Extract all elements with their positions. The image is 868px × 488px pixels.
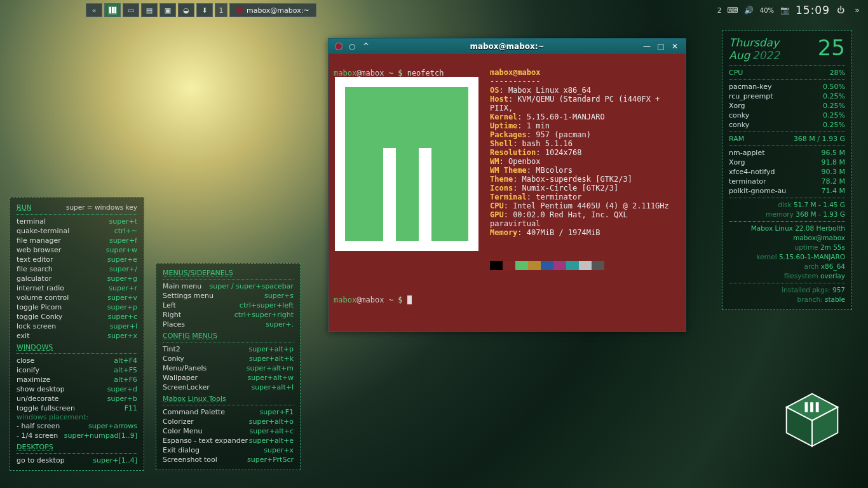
- shortcut-key: show desktop: [17, 384, 65, 394]
- shortcut-row: Main menusuper / super+spacebar: [163, 281, 294, 291]
- taskbar-task-terminal[interactable]: mabox@mabox:~: [229, 3, 316, 17]
- shortcut-value: super+PrtScr: [247, 455, 294, 464]
- shortcut-key: Xorg: [729, 158, 745, 167]
- svg-rect-2: [112, 7, 114, 13]
- color-swatch: [490, 261, 503, 270]
- volume-icon[interactable]: 🔊: [743, 4, 755, 16]
- taskbar-browser-icon[interactable]: ◒: [178, 3, 194, 17]
- color-swatch: [528, 261, 541, 270]
- tray-expand-button[interactable]: »: [851, 4, 863, 16]
- color-swatch: [592, 261, 604, 270]
- shortcut-value: 71.4 M: [822, 186, 845, 196]
- uptime-value: 2m 55s: [820, 243, 845, 251]
- shortcut-value: super+.: [266, 320, 294, 329]
- shortcut-row: Command Palettesuper+F1: [163, 407, 294, 417]
- terminal-command: neofetch: [407, 69, 444, 78]
- taskbar-menu-button[interactable]: [104, 3, 121, 17]
- prompt-host: mabox: [361, 69, 384, 78]
- taskbar-app1-icon[interactable]: ▭: [123, 3, 139, 17]
- shortcut-key: Left: [163, 301, 176, 310]
- shortcut-key: Xorg: [729, 101, 745, 111]
- shortcut-key: iconify: [17, 365, 39, 375]
- shortcut-value: super+F1: [259, 407, 294, 417]
- windows-header: WINDOWS: [17, 343, 137, 351]
- shortcut-value: super+alt+o: [249, 417, 294, 426]
- screenshot-icon[interactable]: 📷: [779, 4, 790, 16]
- battery-percent: 40%: [760, 7, 774, 14]
- shortcut-row: Leftctrl+super+left: [163, 301, 294, 310]
- shortcut-key: web browser: [17, 245, 61, 255]
- neofetch-logo: [335, 77, 478, 251]
- taskbar-collapse-button[interactable]: «: [86, 3, 102, 17]
- shortcut-row: conky0.25%: [729, 120, 845, 130]
- desktops-header: DESKTOPS: [17, 443, 137, 451]
- run-header: RUN: [17, 203, 32, 212]
- terminal-titlebar[interactable]: ○ ^ mabox@mabox:~ — □ ✕: [329, 39, 686, 54]
- shortcut-key: Command Palette: [163, 407, 225, 417]
- shortcut-row: volume controlsuper+v: [17, 293, 137, 302]
- shortcut-row: toggle Conkysuper+c: [17, 312, 137, 322]
- taskbar-terminal-icon[interactable]: ▣: [159, 3, 176, 17]
- keyboard-icon[interactable]: ⌨: [727, 4, 738, 16]
- shortcut-value: super+l: [110, 322, 137, 331]
- shortcut-row: Espanso - text expandersuper+alt+e: [163, 436, 294, 445]
- shortcut-key: ScreenLocker: [163, 383, 210, 392]
- taskbar-app2-icon[interactable]: ▤: [141, 3, 158, 17]
- shortcut-row: show desktopsuper+d: [17, 384, 137, 394]
- kernel-label: kernel: [756, 253, 776, 261]
- shortcut-row: quake-terminalctrl+~: [17, 226, 137, 236]
- date-month: Aug: [729, 49, 750, 62]
- shortcut-value: super+b: [107, 394, 137, 403]
- shortcut-key: Conky: [163, 354, 184, 363]
- shortcut-value: ctrl+super+right: [234, 310, 294, 320]
- clock[interactable]: 15:09: [796, 4, 830, 17]
- neofetch-field: WM: Openbox: [490, 157, 679, 166]
- memory-label: memory: [766, 210, 794, 218]
- date-number: 25: [818, 35, 845, 60]
- shortcut-value: super+x: [107, 331, 137, 341]
- shortcuts-panel-menus: MENUS/SIDEPANELS Main menusuper / super+…: [156, 263, 301, 470]
- shortcut-key: conky: [729, 120, 749, 130]
- shortcut-key: maximize: [17, 375, 50, 384]
- shortcut-value: ctrl+~: [114, 226, 137, 236]
- color-swatch: [515, 261, 528, 270]
- shortcut-key: toggle Conky: [17, 312, 62, 322]
- menus-header: MENUS/SIDEPANELS: [163, 269, 294, 277]
- neofetch-field: Uptime: 1 min: [490, 121, 679, 130]
- shortcut-value: super+p: [107, 302, 137, 312]
- shortcut-row: go to desktopsuper+[1..4]: [17, 456, 137, 465]
- taskbar-installer-icon[interactable]: ⬇: [196, 3, 213, 17]
- shortcut-key: nm-applet: [729, 148, 765, 158]
- shortcut-row: Placessuper+.: [163, 320, 294, 329]
- shortcut-value: alt+F6: [114, 375, 137, 384]
- shortcut-row: pacman-key0.50%: [729, 82, 845, 92]
- workspace-indicator[interactable]: 1: [215, 3, 227, 17]
- shortcut-row: Tint2super+alt+p: [163, 344, 294, 354]
- shortcut-key: Wallpaper: [163, 373, 198, 383]
- config-header: CONFIG MENUS: [163, 332, 294, 340]
- shortcut-row: nm-applet96.5 M: [729, 148, 845, 158]
- neofetch-field: WM Theme: MBcolors: [490, 166, 679, 175]
- neofetch-field: CPU: Intel Pentium 4405U (4) @ 2.111GHz: [490, 201, 679, 210]
- shortcut-value: super+alt+m: [247, 363, 294, 373]
- shortcut-value: super+[1..4]: [93, 456, 137, 465]
- shortcut-value: super+alt+w: [247, 373, 294, 383]
- power-icon[interactable]: ⏻: [835, 4, 846, 16]
- shortcut-key: close: [17, 356, 34, 365]
- task-app-icon: [236, 7, 243, 13]
- shortcut-value: super+/: [109, 264, 137, 274]
- shortcut-row: web browsersuper+w: [17, 245, 137, 255]
- shortcut-row: Menu/Panelssuper+alt+m: [163, 363, 294, 373]
- shortcut-key: polkit-gnome-au: [729, 186, 786, 196]
- shortcut-key: Tint2: [163, 344, 180, 354]
- neofetch-field: OS: Mabox Linux x86_64: [490, 86, 679, 95]
- shortcut-value: 78.2 M: [822, 177, 845, 186]
- shortcut-row: ScreenLockersuper+alt+l: [163, 383, 294, 392]
- uptime-label: uptime: [795, 243, 818, 251]
- pkgs-value: 957: [832, 286, 845, 294]
- shortcut-key: terminator: [729, 177, 766, 186]
- color-swatch: [503, 261, 515, 270]
- shortcut-value: super+alt+p: [248, 344, 294, 354]
- shortcut-value: super+w: [106, 245, 137, 255]
- terminal-window[interactable]: ○ ^ mabox@mabox:~ — □ ✕ mabox@mabox ~ $ …: [328, 38, 686, 332]
